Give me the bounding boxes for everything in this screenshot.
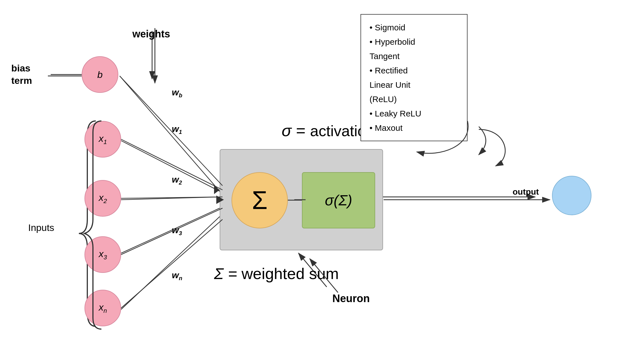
xn-label: xn	[99, 302, 107, 314]
activation-box: σ(Σ)	[302, 172, 375, 228]
activation-list: Sigmoid HyperbolidTangent RectifiedLinea…	[370, 20, 459, 135]
weight-wb: wb	[172, 87, 182, 99]
inputs-label: Inputs	[28, 222, 54, 233]
x2-label: x2	[99, 192, 107, 205]
input-node-x1: x1	[84, 121, 121, 158]
svg-line-4	[121, 197, 220, 200]
sum-circle: Σ	[232, 172, 288, 228]
weight-w2: w2	[172, 174, 182, 186]
weight-w3: w3	[172, 225, 182, 237]
neuron-label: Neuron	[332, 293, 370, 305]
activation-item-tanh: HyperbolidTangent	[370, 35, 459, 63]
sum-symbol: Σ	[252, 186, 268, 215]
activation-item-sigmoid: Sigmoid	[370, 20, 459, 35]
weights-label: weights	[132, 28, 170, 40]
input-node-xn: xn	[84, 290, 121, 326]
diagram-container: biasterm b weights wb w1 w2 w3 wn x1 x2 …	[0, 0, 632, 364]
input-node-x3: x3	[84, 236, 121, 273]
bias-term-label: biasterm	[11, 62, 32, 87]
bias-node: b	[82, 56, 118, 93]
output-label: output	[513, 187, 539, 197]
bias-label: b	[97, 69, 103, 80]
weight-wn: wn	[172, 270, 182, 282]
x1-label: x1	[99, 133, 107, 146]
weight-w1: w1	[172, 124, 182, 135]
activation-symbol: σ(Σ)	[325, 192, 352, 209]
weighted-sum-equation: Σ = weighted sum	[214, 264, 339, 283]
svg-line-3	[121, 141, 220, 191]
input-node-x2: x2	[84, 180, 121, 217]
activation-item-leaky: Leaky ReLU	[370, 106, 459, 121]
svg-marker-10	[214, 186, 220, 194]
x3-label: x3	[99, 248, 107, 261]
activation-item-relu: RectifiedLinear Unit(ReLU)	[370, 63, 459, 106]
output-node	[552, 176, 591, 215]
info-box: Sigmoid HyperbolidTangent RectifiedLinea…	[360, 14, 468, 141]
svg-line-2	[120, 76, 220, 191]
activation-item-maxout: Maxout	[370, 121, 459, 135]
neuron-box: Σ σ(Σ)	[220, 149, 383, 250]
